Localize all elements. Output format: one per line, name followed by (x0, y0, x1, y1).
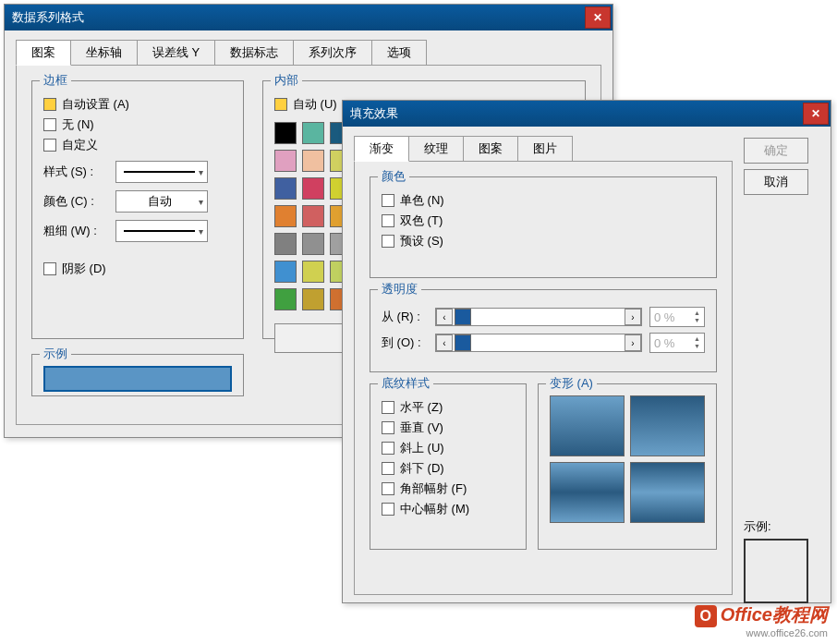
cancel-button[interactable]: 取消 (744, 169, 808, 195)
tab-texture[interactable]: 纹理 (408, 136, 464, 162)
color-swatch[interactable] (302, 288, 324, 310)
shading-checkbox[interactable] (382, 503, 394, 516)
weight-combo[interactable]: ▾ (115, 220, 208, 242)
ok-button[interactable]: 确定 (744, 138, 808, 164)
border-custom-checkbox[interactable] (43, 139, 56, 152)
preset-checkbox[interactable] (382, 235, 394, 248)
watermark-brand: Office教程网 (721, 604, 828, 625)
tabcontent-2: 颜色 单色 (N) 双色 (T) 预设 (S) 透明度 从 (R) : ‹ › (354, 161, 733, 595)
shadow-checkbox[interactable] (43, 262, 56, 275)
transparency-legend: 透明度 (378, 281, 421, 298)
close-icon[interactable]: ✕ (585, 6, 611, 29)
chevron-down-icon: ▾ (199, 167, 203, 177)
color-swatch[interactable] (274, 233, 297, 255)
shading-checkbox[interactable] (382, 482, 394, 495)
border-custom-label: 自定义 (62, 137, 98, 153)
tab-errorbars[interactable]: 误差线 Y (137, 40, 215, 66)
color-swatch[interactable] (274, 288, 297, 310)
variant-grid (550, 395, 705, 523)
color-swatch[interactable] (302, 261, 324, 283)
titlebar-2: 填充效果 ✕ (343, 101, 831, 127)
title-2: 填充效果 (350, 105, 398, 122)
spinner-buttons-icon[interactable]: ▲▼ (694, 335, 700, 350)
tabs-1: 图案 坐标轴 误差线 Y 数据标志 系列次序 选项 (5, 30, 613, 66)
border-none-label: 无 (N) (62, 116, 94, 133)
close-icon[interactable]: ✕ (803, 103, 829, 125)
single-color-checkbox[interactable] (382, 194, 394, 207)
spinner-buttons-icon[interactable]: ▲▼ (694, 310, 700, 324)
line-style-icon (124, 171, 195, 173)
color-swatch[interactable] (274, 261, 297, 283)
to-label: 到 (O) : (382, 334, 428, 351)
sample-label-2: 示例: (744, 519, 771, 533)
color-combo[interactable]: 自动▾ (115, 190, 208, 213)
variants-legend: 变形 (A) (546, 375, 597, 392)
tab-pattern-2[interactable]: 图案 (463, 136, 518, 162)
color-swatch[interactable] (302, 122, 324, 144)
tab-gradient[interactable]: 渐变 (354, 136, 409, 162)
shadow-label: 阴影 (D) (62, 261, 106, 277)
double-color-label: 双色 (T) (400, 213, 443, 229)
slider-left-icon[interactable]: ‹ (436, 334, 453, 351)
shading-group: 底纹样式 水平 (Z)垂直 (V)斜上 (U)斜下 (D)角部幅射 (F)中心幅… (370, 383, 527, 550)
variant-2[interactable] (630, 395, 705, 456)
shading-checkbox[interactable] (382, 462, 394, 475)
color-swatch[interactable] (274, 122, 297, 144)
inner-auto-label[interactable]: 自动 (U) (293, 96, 337, 113)
shading-checkbox[interactable] (382, 401, 394, 414)
shading-checkbox[interactable] (382, 421, 394, 434)
to-slider[interactable]: ‹ › (435, 334, 642, 352)
color-swatch[interactable] (274, 150, 297, 172)
line-weight-icon (124, 230, 195, 232)
to-spinner[interactable]: 0 %▲▼ (649, 333, 705, 353)
transparency-group: 透明度 从 (R) : ‹ › 0 %▲▼ 到 (O) : ‹ (370, 289, 717, 372)
color-swatch[interactable] (302, 150, 324, 172)
tab-picture[interactable]: 图片 (517, 136, 573, 162)
border-legend: 边框 (40, 72, 71, 89)
weight-label: 粗细 (W) : (43, 223, 108, 239)
variant-1[interactable] (550, 395, 625, 456)
preset-label: 预设 (S) (400, 233, 443, 249)
border-none-checkbox[interactable] (43, 118, 56, 131)
color-swatch[interactable] (274, 205, 297, 227)
tab-axis[interactable]: 坐标轴 (70, 40, 138, 66)
single-color-label: 单色 (N) (400, 192, 444, 209)
tab-datalabels[interactable]: 数据标志 (214, 40, 294, 66)
color-swatch[interactable] (302, 177, 324, 200)
shading-checkbox[interactable] (382, 442, 394, 455)
slider-right-icon[interactable]: › (625, 334, 641, 351)
color-group: 颜色 单色 (N) 双色 (T) 预设 (S) (370, 176, 717, 278)
tab-pattern[interactable]: 图案 (16, 40, 71, 66)
variant-4[interactable] (630, 462, 705, 523)
style-combo[interactable]: ▾ (115, 161, 208, 183)
color-label: 颜色 (C) : (43, 193, 108, 210)
tab-options[interactable]: 选项 (371, 40, 427, 66)
tab-seriesorder[interactable]: 系列次序 (293, 40, 372, 66)
from-slider[interactable]: ‹ › (435, 308, 642, 326)
sample-preview-2 (744, 539, 808, 603)
color-legend: 颜色 (378, 168, 409, 185)
variant-3[interactable] (550, 462, 625, 523)
color-swatch[interactable] (302, 205, 324, 227)
chevron-down-icon: ▾ (199, 226, 203, 237)
shading-option-label: 角部幅射 (F) (400, 480, 467, 497)
auto-marker-icon (43, 98, 56, 111)
shading-legend: 底纹样式 (378, 375, 433, 392)
shading-option-label: 水平 (Z) (400, 399, 443, 416)
double-color-checkbox[interactable] (382, 214, 394, 227)
border-auto-label[interactable]: 自动设置 (A) (62, 96, 129, 113)
slider-thumb-icon[interactable] (455, 334, 471, 351)
to-value: 0 % (654, 336, 674, 350)
auto-marker-icon (274, 98, 287, 111)
from-spinner[interactable]: 0 %▲▼ (649, 307, 705, 327)
color-swatch[interactable] (302, 233, 324, 255)
chevron-down-icon: ▾ (199, 197, 203, 207)
color-swatch[interactable] (274, 177, 297, 200)
slider-left-icon[interactable]: ‹ (436, 309, 453, 325)
sample-legend-1: 示例 (40, 346, 71, 362)
sample-preview-1 (43, 366, 232, 392)
slider-right-icon[interactable]: › (625, 309, 641, 325)
from-value: 0 % (654, 310, 674, 324)
titlebar-1: 数据系列格式 ✕ (5, 5, 613, 30)
slider-thumb-icon[interactable] (455, 309, 471, 325)
